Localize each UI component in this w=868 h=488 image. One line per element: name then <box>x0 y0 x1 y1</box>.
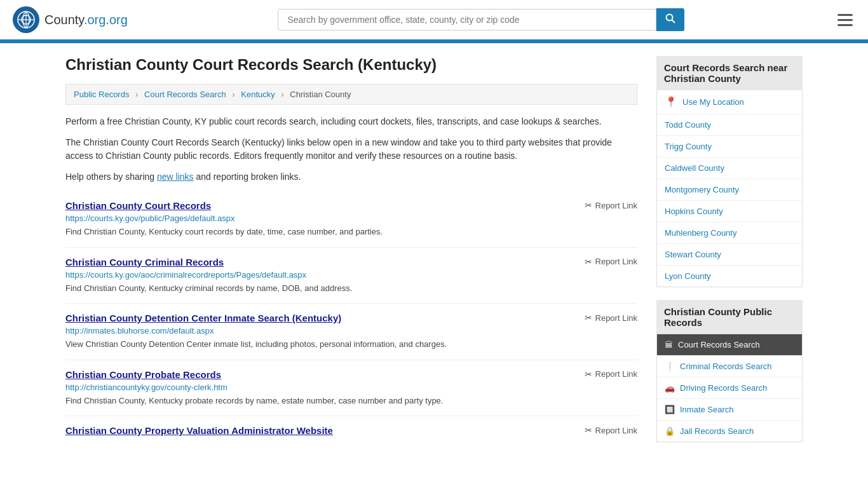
record-entry: Christian County Detention Center Inmate… <box>65 303 637 360</box>
logo-icon <box>13 6 39 33</box>
breadcrumb: Public Records › Court Records Search › … <box>65 84 637 105</box>
record-type-icon: 🚗 <box>665 383 675 393</box>
record-url[interactable]: http://christiancountyky.gov/county-cler… <box>65 383 637 392</box>
nearby-list: 📍 Use My Location Todd CountyTrigg Count… <box>656 90 803 287</box>
nearby-section: Court Records Search near Christian Coun… <box>656 56 803 287</box>
breadcrumb-sep: › <box>232 90 234 99</box>
breadcrumb-sep: › <box>281 90 283 99</box>
record-type-icon: 🔲 <box>665 405 675 414</box>
record-url[interactable]: http://inmates.bluhorse.com/default.aspx <box>65 326 637 336</box>
report-link[interactable]: ✂ Report Link <box>585 425 637 435</box>
record-type-label: Jail Records Search <box>680 426 754 436</box>
report-icon: ✂ <box>585 313 592 323</box>
menu-line <box>837 19 853 21</box>
nearby-county-item[interactable]: Lyon County <box>657 266 802 287</box>
record-type-icon: 🔒 <box>665 426 675 436</box>
public-record-item[interactable]: 🏛 Court Records Search <box>657 334 802 356</box>
nearby-title: Court Records Search near Christian Coun… <box>656 56 803 90</box>
location-icon: 📍 <box>665 96 677 108</box>
description-para3: Help others by sharing new links and rep… <box>65 170 637 184</box>
record-type-icon: ❕ <box>665 362 675 371</box>
menu-button[interactable] <box>835 11 855 29</box>
record-type-icon: 🏛 <box>665 340 673 349</box>
new-links-link[interactable]: new links <box>157 172 194 182</box>
record-desc: Find Christian County, Kentucky court re… <box>65 226 637 238</box>
nearby-county-item[interactable]: Trigg County <box>657 136 802 158</box>
public-record-item[interactable]: 🔲 Inmate Search <box>657 399 802 421</box>
nearby-county-item[interactable]: Stewart County <box>657 244 802 266</box>
logo-area: County.org.org <box>13 6 128 33</box>
public-record-link[interactable]: 🔲 Inmate Search <box>657 399 802 420</box>
record-url[interactable]: https://courts.ky.gov/aoc/criminalrecord… <box>65 270 637 280</box>
logo-svg <box>17 11 35 29</box>
breadcrumb-sep: › <box>135 90 138 99</box>
record-url[interactable]: https://courts.ky.gov/public/Pages/defau… <box>65 214 637 223</box>
use-my-location-link[interactable]: 📍 Use My Location <box>657 90 802 114</box>
public-record-item[interactable]: 🔒 Jail Records Search <box>657 421 802 442</box>
search-area <box>278 8 684 31</box>
breadcrumb-court-records[interactable]: Court Records Search <box>144 90 226 99</box>
use-my-location-item[interactable]: 📍 Use My Location <box>657 90 802 114</box>
record-title[interactable]: Christian County Property Valuation Admi… <box>65 425 333 436</box>
logo-text: County.org.org <box>44 13 128 27</box>
nearby-county-link[interactable]: Montgomery County <box>657 179 802 200</box>
nearby-county-link[interactable]: Stewart County <box>657 244 802 265</box>
public-record-link[interactable]: ❕ Criminal Records Search <box>657 356 802 377</box>
site-header: County.org.org <box>0 0 868 41</box>
report-link[interactable]: ✂ Report Link <box>585 369 637 379</box>
nearby-county-item[interactable]: Caldwell County <box>657 158 802 179</box>
nearby-county-link[interactable]: Todd County <box>657 114 802 135</box>
nearby-county-item[interactable]: Hopkins County <box>657 201 802 222</box>
breadcrumb-public-records[interactable]: Public Records <box>74 90 129 99</box>
nearby-county-link[interactable]: Caldwell County <box>657 158 802 179</box>
record-entry: Christian County Court Records ✂ Report … <box>65 191 637 247</box>
report-link[interactable]: ✂ Report Link <box>585 313 637 323</box>
svg-point-5 <box>667 15 673 21</box>
description-para1: Perform a free Christian County, KY publ… <box>65 115 637 128</box>
public-record-item[interactable]: 🚗 Driving Records Search <box>657 377 802 399</box>
nearby-county-item[interactable]: Muhlenberg County <box>657 222 802 244</box>
record-desc: View Christian County Detention Center i… <box>65 338 637 351</box>
menu-line <box>837 24 853 26</box>
svg-line-6 <box>672 20 675 24</box>
nearby-county-link[interactable]: Hopkins County <box>657 201 802 222</box>
nearby-county-link[interactable]: Lyon County <box>657 266 802 287</box>
record-desc: Find Christian County, Kentucky probate … <box>65 395 637 407</box>
report-icon: ✂ <box>585 200 592 210</box>
records-list: Christian County Court Records ✂ Report … <box>65 191 637 447</box>
public-record-link[interactable]: 🚗 Driving Records Search <box>657 377 802 398</box>
nearby-county-item[interactable]: Todd County <box>657 114 802 136</box>
report-link[interactable]: ✂ Report Link <box>585 257 637 267</box>
menu-line <box>837 14 853 16</box>
nearby-county-item[interactable]: Montgomery County <box>657 179 802 201</box>
report-icon: ✂ <box>585 257 592 267</box>
report-link[interactable]: ✂ Report Link <box>585 200 637 210</box>
record-entry: Christian County Probate Records ✂ Repor… <box>65 360 637 416</box>
nearby-county-link[interactable]: Muhlenberg County <box>657 222 802 243</box>
record-title[interactable]: Christian County Detention Center Inmate… <box>65 313 341 323</box>
record-type-label: Criminal Records Search <box>680 362 772 371</box>
record-entry: Christian County Property Valuation Admi… <box>65 416 637 447</box>
public-records-title: Christian County Public Records <box>656 300 803 334</box>
record-title[interactable]: Christian County Court Records <box>65 200 211 211</box>
public-record-link[interactable]: 🏛 Court Records Search <box>657 334 802 355</box>
search-input[interactable] <box>278 9 656 30</box>
record-type-label: Inmate Search <box>680 405 734 414</box>
breadcrumb-current: Christian County <box>290 90 351 99</box>
record-type-label: Court Records Search <box>678 340 760 349</box>
search-icon <box>665 13 675 24</box>
nearby-county-link[interactable]: Trigg County <box>657 136 802 157</box>
public-records-list: 🏛 Court Records Search ❕ Criminal Record… <box>656 334 803 442</box>
record-desc: Find Christian County, Kentucky criminal… <box>65 282 637 295</box>
public-record-link[interactable]: 🔒 Jail Records Search <box>657 421 802 442</box>
search-button[interactable] <box>656 8 684 31</box>
public-record-item[interactable]: ❕ Criminal Records Search <box>657 356 802 377</box>
page-title: Christian County Court Records Search (K… <box>65 56 637 74</box>
record-type-label: Driving Records Search <box>680 383 767 393</box>
breadcrumb-kentucky[interactable]: Kentucky <box>241 90 275 99</box>
record-title[interactable]: Christian County Criminal Records <box>65 257 224 268</box>
description-para2: The Christian County Court Records Searc… <box>65 136 637 163</box>
record-entry: Christian County Criminal Records ✂ Repo… <box>65 247 637 304</box>
record-title[interactable]: Christian County Probate Records <box>65 369 221 380</box>
sidebar: Court Records Search near Christian Coun… <box>656 56 803 455</box>
